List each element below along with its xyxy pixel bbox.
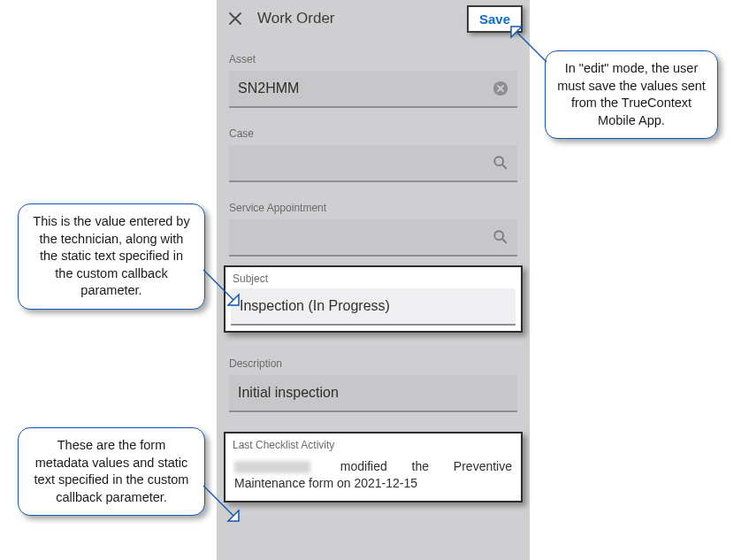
description-section: Description Initial inspection [217, 341, 530, 416]
subject-field[interactable]: Inspection (In Progress) [231, 288, 516, 326]
last-checklist-label: Last Checklist Activity [225, 433, 521, 453]
subject-label: Subject [225, 267, 521, 285]
case-section: Case [217, 111, 530, 186]
description-label: Description [229, 357, 517, 370]
asset-label: Asset [229, 53, 517, 65]
last-checklist-highlight: Last Checklist Activity modified the Pre… [224, 432, 523, 502]
description-field[interactable]: Initial inspection [229, 375, 517, 412]
service-appointment-field[interactable] [229, 219, 517, 257]
svg-line-4 [502, 239, 506, 242]
service-appointment-section: Service Appointment [217, 186, 530, 260]
subject-value: Inspection (In Progress) [240, 298, 390, 314]
service-appointment-label: Service Appointment [229, 202, 517, 214]
case-label: Case [229, 127, 517, 140]
callout-subject: This is the value entered by the technic… [18, 203, 205, 310]
case-field[interactable] [229, 145, 517, 182]
asset-field[interactable]: SN2HMM [229, 71, 517, 108]
close-icon[interactable] [225, 9, 245, 28]
asset-section: Asset SN2HMM [217, 37, 530, 111]
work-order-screen: Work Order Save Asset SN2HMM Case Servic [217, 0, 530, 560]
page-title: Work Order [257, 10, 467, 27]
callout-checklist: These are the form metadata values and s… [18, 427, 205, 516]
search-icon[interactable] [493, 155, 508, 171]
search-icon[interactable] [493, 229, 508, 245]
svg-line-2 [502, 165, 506, 168]
last-checklist-text: modified the Preventive Maintenance form… [225, 453, 521, 501]
callout-save: In "edit" mode, the user must save the v… [545, 50, 718, 139]
clear-icon[interactable] [493, 81, 508, 96]
header: Work Order Save [217, 0, 530, 37]
subject-highlight: Subject Inspection (In Progress) [224, 265, 523, 333]
redacted-name [234, 461, 310, 473]
callout-pointer-icon [199, 265, 252, 318]
description-value: Initial inspection [238, 385, 339, 401]
callout-pointer-icon [504, 19, 557, 73]
form-content: Asset SN2HMM Case Service Appointment [217, 37, 530, 502]
callout-pointer-icon [199, 481, 252, 534]
asset-value: SN2HMM [238, 81, 299, 96]
